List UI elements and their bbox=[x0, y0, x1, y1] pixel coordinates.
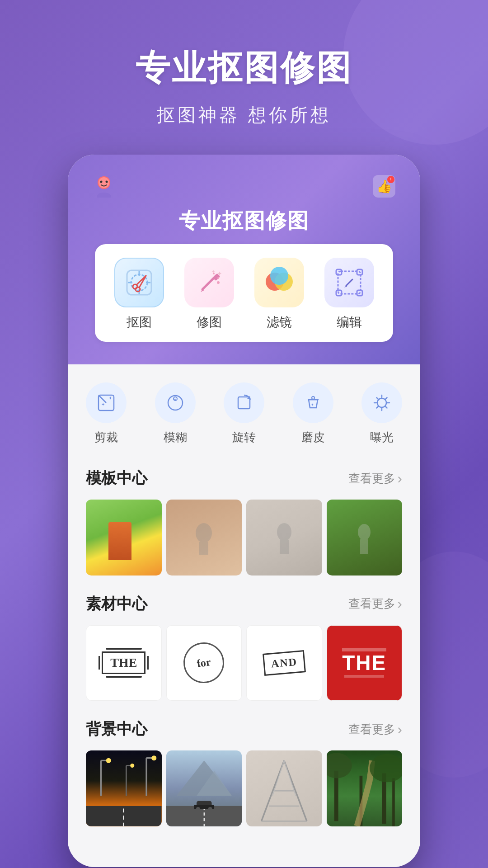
tool-icon-jiancai: ✦ ✦ bbox=[86, 382, 127, 423]
feature-bianji[interactable]: 编辑 bbox=[324, 258, 374, 331]
svg-text:✦: ✦ bbox=[217, 270, 222, 277]
phone-app-title: 专业抠图修图 bbox=[90, 207, 398, 235]
background-image-2[interactable] bbox=[166, 750, 242, 826]
background-section-header: 背景中心 查看更多 bbox=[86, 719, 402, 740]
svg-point-59 bbox=[277, 523, 291, 541]
svg-point-61 bbox=[358, 524, 371, 540]
svg-point-68 bbox=[130, 764, 134, 768]
sub-title: 抠图神器 想你所想 bbox=[136, 103, 352, 127]
svg-line-54 bbox=[385, 406, 387, 408]
template-image-4[interactable] bbox=[327, 500, 403, 576]
svg-rect-92 bbox=[392, 778, 395, 826]
svg-text:✦: ✦ bbox=[108, 396, 112, 401]
template-image-3[interactable] bbox=[246, 500, 322, 576]
feature-label-bianji: 编辑 bbox=[337, 314, 362, 331]
background-image-4[interactable] bbox=[327, 750, 403, 826]
like-icon[interactable]: 👍 ! bbox=[371, 173, 398, 200]
svg-line-34 bbox=[346, 279, 352, 286]
phone-header-icons: 👍 ! bbox=[90, 173, 398, 200]
svg-text:✦: ✦ bbox=[174, 397, 177, 401]
material-title: 素材中心 bbox=[86, 594, 147, 614]
background-grid bbox=[86, 750, 402, 826]
feature-icon-xiutu: ✦ ✦ bbox=[184, 258, 234, 307]
svg-point-22 bbox=[217, 277, 219, 279]
header-section: 专业抠图修图 抠图神器 想你所想 bbox=[136, 0, 352, 155]
tool-label-xuanzhuan: 旋转 bbox=[232, 429, 256, 445]
svg-point-3 bbox=[106, 181, 108, 183]
material-grid: THE for AND bbox=[86, 625, 402, 701]
tool-mopi[interactable]: ✦ 磨皮 bbox=[293, 382, 333, 445]
template-more-button[interactable]: 查看更多 bbox=[348, 470, 402, 487]
feature-xiutu[interactable]: ✦ ✦ 修图 bbox=[184, 258, 234, 331]
background-title: 背景中心 bbox=[86, 719, 147, 740]
material-image-1[interactable]: THE bbox=[86, 625, 162, 701]
feature-icon-lvjing bbox=[254, 258, 304, 307]
svg-point-81 bbox=[208, 807, 212, 811]
svg-text:✦: ✦ bbox=[311, 403, 314, 407]
svg-text:✦: ✦ bbox=[211, 269, 215, 274]
features-card: 抠图 ✦ ✦ bbox=[95, 244, 393, 342]
svg-point-71 bbox=[151, 755, 156, 760]
svg-rect-89 bbox=[334, 771, 338, 821]
user-icon[interactable] bbox=[90, 173, 117, 200]
feature-icon-bianji bbox=[324, 258, 374, 307]
svg-rect-62 bbox=[360, 539, 368, 554]
quick-tools: ✦ ✦ 剪裁 ✦ 模糊 bbox=[86, 378, 402, 445]
tool-label-mopi: 磨皮 bbox=[301, 429, 325, 445]
svg-point-46 bbox=[312, 396, 314, 399]
material-image-3[interactable]: AND bbox=[246, 625, 322, 701]
tool-label-mohu: 模糊 bbox=[164, 429, 187, 445]
tool-label-puguang: 曝光 bbox=[370, 429, 394, 445]
tool-label-jiancai: 剪裁 bbox=[94, 429, 118, 445]
svg-marker-19 bbox=[201, 289, 204, 292]
tool-icon-xuanzhuan bbox=[224, 382, 264, 423]
feature-label-lvjing: 滤镜 bbox=[267, 314, 292, 331]
material-image-2[interactable]: for bbox=[166, 625, 242, 701]
main-title: 专业抠图修图 bbox=[136, 45, 352, 92]
background-image-1[interactable] bbox=[86, 750, 162, 826]
svg-line-56 bbox=[377, 406, 379, 408]
material-section-header: 素材中心 查看更多 bbox=[86, 594, 402, 614]
template-image-1[interactable] bbox=[86, 500, 162, 576]
svg-point-80 bbox=[196, 807, 200, 811]
feature-label-xiutu: 修图 bbox=[197, 314, 222, 331]
svg-point-48 bbox=[377, 398, 386, 407]
svg-text:✦: ✦ bbox=[101, 402, 105, 407]
svg-point-94 bbox=[369, 754, 402, 783]
svg-line-53 bbox=[377, 398, 379, 400]
svg-point-93 bbox=[327, 753, 352, 778]
tool-jiancai[interactable]: ✦ ✦ 剪裁 bbox=[86, 382, 127, 445]
svg-point-57 bbox=[196, 523, 212, 543]
material-more-button[interactable]: 查看更多 bbox=[348, 595, 402, 612]
template-grid bbox=[86, 500, 402, 576]
tool-xuanzhuan[interactable]: 旋转 bbox=[224, 382, 264, 445]
tool-mohu[interactable]: ✦ 模糊 bbox=[155, 382, 196, 445]
tool-icon-mopi: ✦ bbox=[293, 382, 333, 423]
tool-puguang[interactable]: 曝光 bbox=[361, 382, 402, 445]
tool-icon-mohu: ✦ bbox=[155, 382, 196, 423]
svg-point-28 bbox=[270, 267, 288, 285]
phone-mockup: 👍 ! 专业抠图修图 bbox=[68, 155, 420, 867]
material-image-4[interactable]: THE bbox=[327, 625, 403, 701]
svg-rect-58 bbox=[199, 542, 208, 555]
phone-header: 👍 ! 专业抠图修图 bbox=[68, 155, 420, 364]
feature-koutu[interactable]: 抠图 bbox=[114, 258, 164, 331]
svg-rect-60 bbox=[280, 540, 289, 554]
tool-icon-puguang bbox=[361, 382, 402, 423]
svg-point-2 bbox=[100, 181, 103, 183]
svg-point-21 bbox=[217, 281, 220, 284]
background-more-button[interactable]: 查看更多 bbox=[348, 721, 402, 738]
template-image-2[interactable] bbox=[166, 500, 242, 576]
template-section-header: 模板中心 查看更多 bbox=[86, 468, 402, 489]
phone-body: ✦ ✦ 剪裁 ✦ 模糊 bbox=[68, 364, 420, 867]
feature-label-koutu: 抠图 bbox=[127, 314, 152, 331]
template-title: 模板中心 bbox=[86, 468, 147, 489]
svg-text:!: ! bbox=[390, 177, 392, 182]
feature-lvjing[interactable]: 滤镜 bbox=[254, 258, 304, 331]
svg-point-65 bbox=[106, 758, 111, 763]
svg-line-55 bbox=[385, 398, 387, 400]
feature-icon-koutu bbox=[114, 258, 164, 307]
background-image-3[interactable] bbox=[246, 750, 322, 826]
